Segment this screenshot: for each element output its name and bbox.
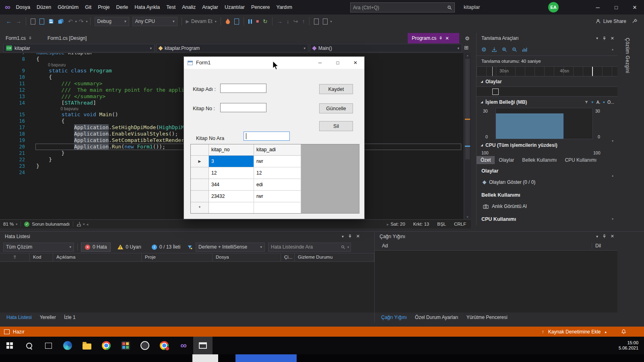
- taskbar-capture-tool[interactable]: [116, 337, 135, 354]
- filter-icon[interactable]: [584, 100, 588, 104]
- breakpoint-gutter[interactable]: 11: [0, 80, 35, 87]
- tab-bellek-kullanımı[interactable]: Bellek Kullanımı: [518, 156, 561, 164]
- form-minimize-button[interactable]: ─: [311, 57, 329, 69]
- event-marker[interactable]: [492, 88, 499, 95]
- breakpoint-gutter[interactable]: 16: [0, 118, 35, 124]
- taskbar-visual-studio[interactable]: ∞: [174, 337, 193, 354]
- kitap-no-ara-input[interactable]: [244, 132, 290, 141]
- break-all-icon[interactable]: [248, 19, 252, 24]
- grid-cell[interactable]: 344: [209, 179, 254, 191]
- filter-button[interactable]: [187, 245, 192, 250]
- memory-section-header[interactable]: İşlem Belleği (MB) ▼ A. ● Ö...: [477, 99, 617, 105]
- grid-cell[interactable]: 12: [254, 167, 301, 179]
- breakpoint-gutter[interactable]: 17: [0, 124, 35, 131]
- live-share-button[interactable]: Live Share: [595, 19, 626, 24]
- restart-icon[interactable]: ↻: [263, 18, 268, 25]
- grid-cell[interactable]: 12: [209, 167, 254, 179]
- close-panel-icon[interactable]: ✕: [611, 234, 614, 239]
- column-gizleme-durumu[interactable]: Gizleme Durumu: [295, 253, 374, 261]
- window-position-icon[interactable]: ▾: [596, 36, 598, 40]
- build-intellisense-dropdown[interactable]: Derleme + IntelliSense▾: [196, 243, 265, 252]
- menu-araçlar[interactable]: Araçlar: [199, 0, 221, 14]
- tab-özet[interactable]: Özet: [477, 156, 495, 164]
- tab-cpu-kullanımı[interactable]: CPU Kullanımı: [561, 156, 601, 164]
- type-dropdown[interactable]: kitaplar.Program▾: [156, 44, 308, 52]
- redo-button[interactable]: ↷▾: [77, 18, 88, 25]
- guncelle-button[interactable]: Güncelle: [319, 103, 353, 113]
- menu-analiz[interactable]: Analiz: [179, 0, 199, 14]
- summary-scroll-down-icon[interactable]: ▾: [612, 217, 613, 221]
- step-out-icon[interactable]: ↑: [302, 18, 305, 25]
- undo-button[interactable]: ↶▾: [66, 18, 77, 25]
- expander-icon[interactable]: [481, 144, 483, 146]
- notifications-bell-icon[interactable]: [621, 329, 626, 334]
- warnings-filter-button[interactable]: ! 0 Uyarı: [114, 243, 145, 252]
- add-to-source-control-button[interactable]: Kaynak Denetimine Ekle: [548, 329, 601, 335]
- column-dosya[interactable]: Dosya: [213, 253, 281, 261]
- pin-icon[interactable]: [348, 234, 352, 239]
- breakpoint-gutter[interactable]: 18: [0, 131, 35, 137]
- diagnostics-window-icon[interactable]: [323, 19, 328, 25]
- menu-hata-ayıkla[interactable]: Hata Ayıkla: [131, 0, 163, 14]
- scope-dropdown[interactable]: Tüm Çözüm▾: [3, 243, 74, 252]
- grid-row-header[interactable]: *: [191, 202, 209, 214]
- menu-görünüm[interactable]: Görünüm: [54, 0, 82, 14]
- breakpoint-gutter[interactable]: 9: [0, 68, 35, 74]
- task-view-button[interactable]: [39, 337, 58, 354]
- tab-form1-cs-design[interactable]: Form1.cs [Design]: [43, 33, 91, 43]
- watch-window-icon[interactable]: [314, 19, 319, 25]
- show-next-statement-icon[interactable]: →: [277, 18, 283, 25]
- breakpoint-gutter[interactable]: 15: [0, 111, 35, 118]
- zoom-dropdown[interactable]: 81 %▾: [3, 222, 17, 226]
- code-cleanup-button[interactable]: ▾: [76, 222, 85, 226]
- menu-yardım[interactable]: Yardım: [273, 0, 295, 14]
- scroll-down-icon[interactable]: ▾: [464, 215, 471, 219]
- cpu-section-header[interactable]: CPU (Tüm işlemcilerin yüzdesi): [477, 142, 557, 148]
- menu-git[interactable]: Git: [82, 0, 95, 14]
- stop-debugging-icon[interactable]: ■: [256, 19, 259, 24]
- column-name[interactable]: Ad: [375, 243, 388, 249]
- errors-filter-button[interactable]: ✕ 0 Hata: [81, 243, 111, 252]
- grid-column-kitap_adi[interactable]: kitap_adi: [254, 144, 301, 156]
- grid-cell[interactable]: rwr: [254, 156, 301, 167]
- split-window-icon[interactable]: ⊞: [464, 45, 469, 51]
- feedback-icon[interactable]: [632, 19, 638, 24]
- scroll-right-icon[interactable]: ▸: [387, 222, 389, 226]
- show-events-link[interactable]: Olayları Göster (0 / 0): [483, 179, 535, 185]
- settings-gear-icon[interactable]: ⚙: [481, 46, 487, 53]
- grid-row[interactable]: 1212: [191, 167, 359, 179]
- close-panel-icon[interactable]: ✕: [356, 234, 360, 239]
- redo-dropdown-icon[interactable]: ▾: [86, 20, 87, 23]
- grid-row-header[interactable]: ▶: [191, 156, 209, 167]
- breakpoint-gutter[interactable]: 21: [0, 150, 35, 156]
- kaydet-button[interactable]: Kaydet: [319, 84, 353, 94]
- form-close-button[interactable]: ✕: [347, 57, 364, 69]
- sil-button[interactable]: Sil: [319, 121, 353, 131]
- tab-özel-durum-ayarları[interactable]: Özel Durum Ayarları: [411, 315, 462, 320]
- search-icon[interactable]: [447, 5, 452, 10]
- grid-row[interactable]: ▶3rwr: [191, 156, 359, 167]
- breakpoint-gutter[interactable]: 22: [0, 156, 35, 163]
- toolbar-overflow-icon[interactable]: ▾: [330, 20, 332, 23]
- tab-solution-explorer[interactable]: Çözüm Gezgini: [625, 38, 630, 74]
- breakpoint-gutter[interactable]: 24: [0, 169, 35, 176]
- pin-icon[interactable]: [602, 36, 607, 41]
- close-button[interactable]: ✕: [625, 0, 644, 14]
- taskbar-edge[interactable]: [58, 337, 77, 354]
- expander-icon[interactable]: [481, 80, 483, 83]
- editor-vertical-scrollbar[interactable]: ▴ ▾: [464, 53, 471, 219]
- scroll-up-icon[interactable]: ▴: [464, 53, 471, 57]
- breakpoint-gutter[interactable]: 23: [0, 163, 35, 169]
- taskbar-file-explorer[interactable]: [77, 337, 97, 354]
- grid-column-kitap_no[interactable]: kitap_no: [209, 144, 254, 156]
- take-snapshot-link[interactable]: Anlık Görüntü Al: [483, 204, 527, 209]
- error-list-search-input[interactable]: [268, 244, 341, 250]
- grid-cell[interactable]: rwr: [254, 191, 301, 202]
- quick-search-box[interactable]: [350, 2, 455, 12]
- kitap-adi-input[interactable]: [220, 84, 266, 93]
- breakpoint-gutter[interactable]: 14: [0, 100, 35, 106]
- taskbar-search-button[interactable]: [19, 337, 39, 354]
- error-list-search-box[interactable]: ▾: [268, 243, 351, 252]
- pin-icon[interactable]: [439, 36, 443, 40]
- kitap-no-input[interactable]: [220, 103, 266, 112]
